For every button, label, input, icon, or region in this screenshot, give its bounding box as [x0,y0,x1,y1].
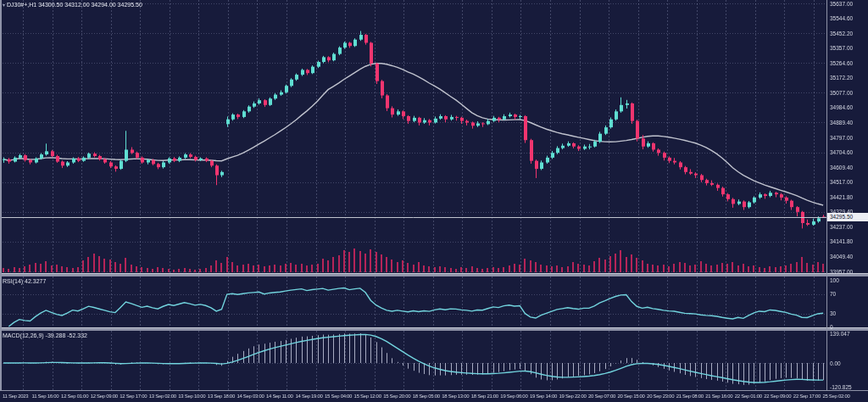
time-axis-label: 14 Sep 11:00 [266,394,293,399]
price-axis-label: 35077.00 [830,90,853,96]
time-axis-label: 22 Sep 09:00 [764,394,791,399]
rsi-axis-label: 70 [830,291,836,297]
time-axis[interactable]: 11 Sep 202311 Sep 16:0012 Sep 01:0012 Se… [0,391,868,402]
price-axis-label: 34049.40 [830,254,853,260]
time-axis-label: 22 Sep 17:00 [793,394,821,399]
time-axis-label: 15 Sep 12:00 [354,394,381,399]
price-axis-label: 35544.60 [830,15,853,21]
price-axis-label: 34517.00 [830,179,853,185]
time-axis-label: 12 Sep 17:00 [120,394,147,399]
macd-axis-label: 0.00 [830,360,841,366]
price-axis-label: 35264.60 [830,60,853,66]
rsi-indicator-label: RSI(14) 42.3277 [3,278,46,284]
time-axis-label: 20 Sep 15:00 [618,394,645,399]
time-axis-label: 15 Sep 20:00 [383,394,410,399]
macd-axis-label: -120.825 [830,384,852,390]
rsi-axis-label: 0 [830,324,833,330]
time-axis-label: 14 Sep 03:00 [236,394,264,399]
price-axis-label: 34141.80 [830,238,853,244]
time-axis-label: 21 Sep 08:00 [676,394,704,399]
rsi-axis-label: 100 [830,277,839,283]
time-axis-label: 22 Sep 01:00 [735,394,762,399]
price-axis-label: 34421.80 [830,194,853,200]
time-axis-label: 13 Sep 18:00 [208,394,235,399]
collapse-triangle-icon[interactable]: ▾ [3,3,5,8]
time-axis-label: 21 Sep 16:00 [705,394,732,399]
time-axis-label: 18 Sep 21:00 [471,394,498,399]
price-axis-label: 35357.00 [830,45,853,51]
time-axis-label: 13 Sep 02:00 [149,394,176,399]
time-axis-label: 19 Sep 14:00 [530,394,557,399]
time-axis-label: 25 Sep 02:00 [822,394,849,399]
chart-window: ▾DJ30#+,H1 34300.50 34312.00 34294.00 34… [0,0,868,402]
time-axis-label: 19 Sep 06:00 [500,394,527,399]
chart-canvas[interactable] [0,0,868,402]
macd-axis-label: 139.047 [830,331,850,337]
price-axis[interactable]: 35637.0035544.6035452.2035357.0035264.60… [826,0,868,391]
price-axis-label: 35172.20 [830,75,853,81]
rsi-axis-label: 30 [830,310,836,316]
time-axis-label: 20 Sep 07:00 [588,394,615,399]
price-axis-label: 34609.40 [830,165,853,170]
time-axis-label: 11 Sep 16:00 [32,394,59,399]
price-axis-label: 34704.60 [830,149,853,155]
price-axis-label: 34797.00 [830,135,853,141]
symbol-timeframe: DJ30#+,H1 [7,2,36,8]
time-axis-label: 11 Sep 2023 [3,394,28,399]
price-axis-label: 34237.00 [830,224,853,230]
time-axis-label: 19 Sep 22:00 [559,394,586,399]
price-axis-label: 34984.60 [830,104,853,110]
price-axis-label: 35452.20 [830,31,853,36]
time-axis-label: 20 Sep 23:00 [647,394,674,399]
time-axis-label: 18 Sep 13:00 [442,394,469,399]
price-axis-label: 35637.00 [830,1,853,7]
ohlc-readout: 34300.50 34312.00 34294.00 34295.50 [38,2,142,8]
time-axis-label: 12 Sep 09:00 [91,394,118,399]
time-axis-label: 13 Sep 10:00 [178,394,205,399]
macd-indicator-label: MACD(12,26,9) -39.288 -52.332 [3,332,87,338]
price-axis-label: 34889.40 [830,120,853,126]
time-axis-label: 15 Sep 04:00 [325,394,352,399]
price-axis-label: 33957.00 [830,269,853,275]
time-axis-label: 18 Sep 05:00 [413,394,440,399]
time-axis-label: 12 Sep 01:00 [61,394,88,399]
time-axis-label: 14 Sep 19:00 [296,394,323,399]
chart-title: ▾DJ30#+,H1 34300.50 34312.00 34294.00 34… [3,2,142,8]
current-price-tag: 34295.50 [827,213,868,221]
